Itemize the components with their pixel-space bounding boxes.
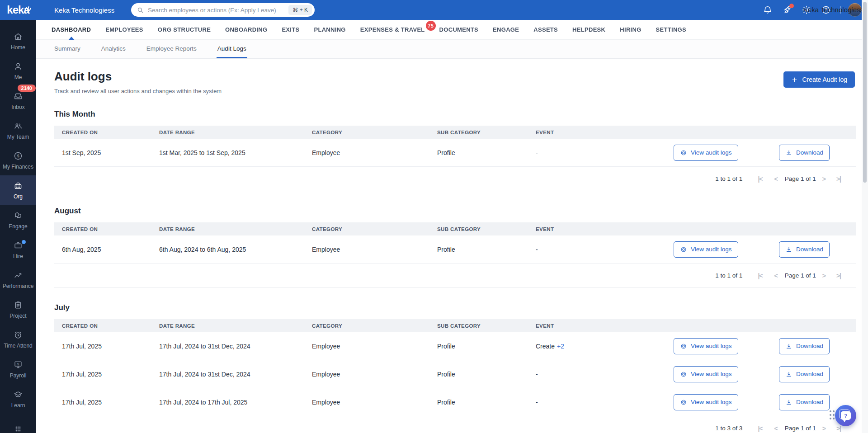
pagination-next-button[interactable]: > — [822, 175, 826, 183]
view-audit-logs-button[interactable]: View audit logs — [674, 394, 738, 410]
cell-created-on: 1st Sep, 2025 — [54, 149, 159, 156]
subtab-analytics[interactable]: Analytics — [100, 40, 127, 58]
pagination-first-button[interactable]: |< — [758, 425, 762, 432]
sidebar-item-apps[interactable] — [0, 414, 36, 433]
view-audit-logs-button[interactable]: View audit logs — [674, 241, 738, 258]
chat-drag-handle-icon[interactable] — [828, 409, 835, 421]
download-button[interactable]: Download — [779, 366, 830, 382]
create-audit-log-button[interactable]: Create Audit log — [783, 71, 855, 88]
topbar: keka Keka Technologiess ⌘ + K — [0, 0, 868, 20]
cell-download-action: Download — [779, 366, 856, 382]
logo-rays-icon — [24, 5, 31, 13]
notifications-bell-icon[interactable] — [763, 5, 773, 15]
sidebar-item-engage[interactable]: Engage — [0, 205, 36, 235]
cell-download-action: Download — [779, 338, 856, 354]
cell-download-action: Download — [779, 241, 856, 258]
cell-created-on: 6th Aug, 2025 — [54, 246, 159, 253]
cell-event: - — [536, 371, 674, 378]
cell-date-range: 6th Aug, 2024 to 6th Aug, 2025 — [159, 246, 312, 253]
section-title-this-month: This Month — [54, 110, 856, 119]
view-icon — [680, 246, 687, 253]
download-button[interactable]: Download — [779, 241, 830, 258]
event-more-link[interactable]: +2 — [557, 343, 564, 350]
cell-view-action: View audit logs — [674, 394, 779, 410]
sidebar-item-time-attend[interactable]: Time Attend — [0, 325, 36, 354]
download-button[interactable]: Download — [779, 394, 830, 410]
audit-table-august: CREATED ON DATE RANGE CATEGORY SUB CATEG… — [54, 222, 856, 288]
subtab-summary[interactable]: Summary — [53, 40, 81, 58]
cell-date-range: 1st Mar, 2025 to 1st Sep, 2025 — [159, 149, 312, 156]
subtab-audit-logs[interactable]: Audit Logs — [217, 40, 247, 58]
sidebar-item-org[interactable]: Org — [0, 175, 36, 205]
sidebar-item-inbox[interactable]: 2140 Inbox — [0, 86, 36, 116]
nav-tab-expenses-travel[interactable]: EXPENSES & TRAVEL 75 — [360, 26, 425, 33]
pagination-first-button[interactable]: |< — [758, 175, 762, 183]
pagination-page-label: Page 1 of 1 — [785, 175, 816, 182]
user-icon — [13, 61, 23, 71]
expenses-count-badge: 75 — [426, 21, 436, 31]
pagination-last-button[interactable]: >| — [836, 425, 841, 432]
chat-support-button[interactable]: ? — [835, 405, 856, 426]
graduation-cap-icon — [13, 390, 23, 400]
pagination-next-button[interactable]: > — [822, 425, 826, 432]
sidebar-item-payroll[interactable]: $ Payroll — [0, 354, 36, 384]
sidebar-item-performance[interactable]: Performance — [0, 265, 36, 295]
pagination-prev-button[interactable]: < — [774, 175, 777, 183]
sidebar-item-hire[interactable]: Hire — [0, 235, 36, 265]
nav-tab-planning[interactable]: PLANNING — [314, 26, 345, 33]
pagination-last-button[interactable]: >| — [836, 175, 841, 183]
pagination-next-button[interactable]: > — [822, 272, 826, 279]
column-date-range: DATE RANGE — [159, 130, 312, 135]
column-date-range: DATE RANGE — [159, 226, 312, 232]
table-row: 6th Aug, 2025 6th Aug, 2024 to 6th Aug, … — [54, 235, 856, 264]
column-event: EVENT — [536, 226, 856, 232]
sidebar-item-project[interactable]: Project — [0, 295, 36, 325]
column-created-on: CREATED ON — [54, 323, 159, 329]
download-button[interactable]: Download — [779, 145, 830, 161]
nav-tab-settings[interactable]: SETTINGS — [656, 26, 686, 33]
table-header: CREATED ON DATE RANGE CATEGORY SUB CATEG… — [54, 222, 856, 235]
sidebar-item-learn[interactable]: Learn — [0, 384, 36, 414]
nav-tab-employees[interactable]: EMPLOYEES — [105, 26, 143, 33]
nav-tab-org-structure[interactable]: ORG STRUCTURE — [158, 26, 211, 33]
view-audit-logs-button[interactable]: View audit logs — [674, 338, 738, 354]
sidebar-item-me[interactable]: Me — [0, 56, 36, 86]
hire-notification-dot — [22, 240, 26, 244]
sidebar-item-my-team[interactable]: My Team — [0, 116, 36, 146]
nav-tab-engage[interactable]: ENGAGE — [493, 26, 519, 33]
sidebar-item-my-finances[interactable]: $ My Finances — [0, 146, 36, 175]
finance-icon: $ — [13, 151, 23, 161]
pagination-last-button[interactable]: >| — [836, 272, 841, 279]
main-content: Audit logs Track and review all user act… — [36, 59, 868, 433]
help-icon[interactable] — [821, 5, 831, 15]
cell-created-on: 17th Jul, 2025 — [54, 371, 159, 378]
user-avatar[interactable] — [848, 3, 862, 17]
nav-tab-helpdesk[interactable]: HELPDESK — [572, 26, 605, 33]
nav-tab-onboarding[interactable]: ONBOARDING — [225, 26, 267, 33]
whats-new-rocket-icon[interactable] — [782, 5, 792, 15]
svg-text:$: $ — [17, 362, 19, 366]
nav-tab-exits[interactable]: EXITS — [282, 26, 299, 33]
topbar-actions — [763, 0, 862, 20]
scrollbar-thumb[interactable] — [863, 2, 867, 183]
nav-tab-documents[interactable]: DOCUMENTS — [439, 26, 478, 33]
search-input[interactable] — [148, 7, 285, 14]
subtab-employee-reports[interactable]: Employee Reports — [146, 40, 198, 58]
view-audit-logs-button[interactable]: View audit logs — [674, 366, 738, 382]
download-button[interactable]: Download — [779, 338, 830, 354]
team-icon — [13, 121, 23, 131]
global-search[interactable]: ⌘ + K — [131, 3, 315, 17]
search-icon — [137, 6, 144, 14]
pagination-prev-button[interactable]: < — [774, 425, 777, 432]
keka-logo[interactable]: keka — [0, 4, 36, 16]
sidebar-item-home[interactable]: Home — [0, 26, 36, 56]
nav-tab-dashboard[interactable]: DASHBOARD — [52, 26, 91, 33]
nav-tab-hiring[interactable]: HIRING — [620, 26, 641, 33]
pagination-prev-button[interactable]: < — [774, 272, 777, 279]
pagination-first-button[interactable]: |< — [758, 272, 762, 279]
settings-gear-icon[interactable] — [802, 5, 811, 15]
nav-tab-assets[interactable]: ASSETS — [533, 26, 558, 33]
cell-event: - — [536, 399, 674, 406]
view-audit-logs-button[interactable]: View audit logs — [674, 145, 738, 161]
cell-created-on: 17th Jul, 2025 — [54, 343, 159, 350]
